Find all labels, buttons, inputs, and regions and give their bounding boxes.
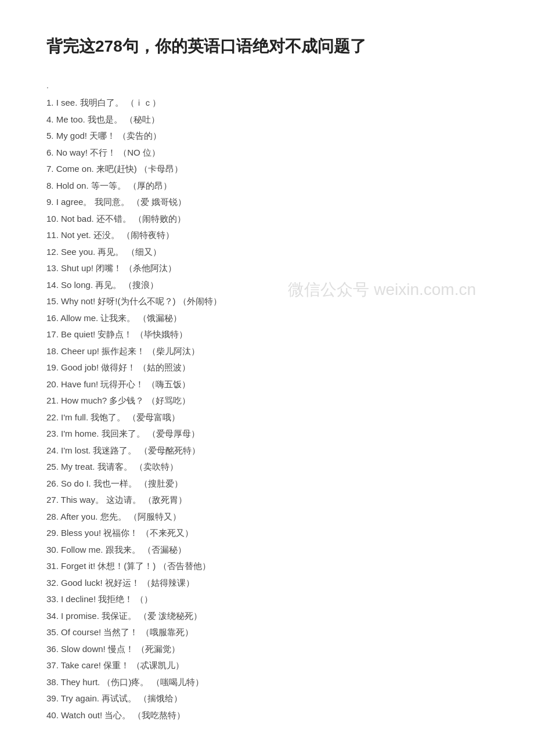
list-item: 22. I'm full. 我饱了。 （爱母富哦） bbox=[46, 409, 488, 426]
list-item: 17. Be quiet! 安静点！ （毕快娥特） bbox=[46, 326, 488, 343]
list-item: 13. Shut up! 闭嘴！ （杀他阿汰） bbox=[46, 260, 488, 277]
list-item: 18. Cheer up! 振作起来！ （柴儿阿汰） bbox=[46, 343, 488, 360]
list-item: 33. I decline! 我拒绝！ （） bbox=[46, 591, 488, 608]
list-item: 32. Good luck! 祝好运！ （姑得辣课） bbox=[46, 575, 488, 592]
list-item: 12. See you. 再见。 （细又） bbox=[46, 244, 488, 261]
title-suffix: 句，你的英语口语绝对不成问题了 bbox=[122, 37, 366, 55]
list-item: 14. So long. 再见。 （搜浪） bbox=[46, 277, 488, 294]
title-prefix: 背完这 bbox=[46, 37, 95, 55]
list-item: 16. Allow me. 让我来。 （饿漏秘） bbox=[46, 310, 488, 327]
list-item: 36. Slow down! 慢点！ （死漏觉） bbox=[46, 641, 488, 658]
list-item: 9. I agree。 我同意。 （爱 娥哥锐） bbox=[46, 194, 488, 211]
list-item: 27. This way。 这边请。 （敌死胃） bbox=[46, 492, 488, 509]
list-item: 7. Come on. 来吧(赶快) （卡母昂） bbox=[46, 161, 488, 178]
list-item: 10. Not bad. 还不错。 （闹特败的） bbox=[46, 211, 488, 228]
list-item: 40. Watch out! 当心。 （我吃熬特） bbox=[46, 707, 488, 724]
list-item: 24. I'm lost. 我迷路了。 （爱母酩死特） bbox=[46, 442, 488, 459]
list-item: 23. I'm home. 我回来了。 （爱母厚母） bbox=[46, 426, 488, 442]
list-item: 8. Hold on. 等一等。 （厚的昂） bbox=[46, 178, 488, 195]
list-item: 6. No way! 不行！ （NO 位） bbox=[46, 145, 488, 161]
list-item: 31. Forget it! 休想！(算了！) （否告替他） bbox=[46, 558, 488, 575]
list-item: 1. I see. 我明白了。 （ｉｃ） bbox=[46, 95, 488, 111]
list-item: 11. Not yet. 还没。 （闹特夜特） bbox=[46, 227, 488, 244]
page-title: 背完这278句，你的英语口语绝对不成问题了 bbox=[46, 35, 488, 57]
list-item: 26. So do I. 我也一样。 （搜肚爱） bbox=[46, 476, 488, 492]
list-item: 20. Have fun! 玩得开心！ （嗨五饭） bbox=[46, 376, 488, 393]
list-item: 4. Me too. 我也是。 （秘吐） bbox=[46, 111, 488, 128]
dot-line: . bbox=[46, 81, 488, 90]
list-item: 21. How much? 多少钱？ （好骂吃） bbox=[46, 393, 488, 409]
list-item: 37. Take care! 保重！ （忒课凯儿） bbox=[46, 657, 488, 674]
list-item: 25. My treat. 我请客。 （卖吹特） bbox=[46, 459, 488, 476]
list-item: 19. Good job! 做得好！ （姑的照波） bbox=[46, 359, 488, 376]
content-list: 1. I see. 我明白了。 （ｉｃ）4. Me too. 我也是。 （秘吐）… bbox=[46, 95, 488, 723]
list-item: 35. Of course! 当然了！ （哦服靠死） bbox=[46, 624, 488, 641]
list-item: 38. They hurt. （伤口)疼。 （嗤喝儿特） bbox=[46, 674, 488, 691]
list-item: 39. Try again. 再试试。 （揣饿给） bbox=[46, 690, 488, 707]
title-number: 278 bbox=[95, 37, 122, 55]
list-item: 30. Follow me. 跟我来。 （否漏秘） bbox=[46, 542, 488, 559]
list-item: 15. Why not! 好呀!(为什么不呢？) （外闹特） bbox=[46, 293, 488, 310]
list-item: 29. Bless you! 祝福你！ （不来死又） bbox=[46, 525, 488, 542]
list-item: 28. After you. 您先。 （阿服特又） bbox=[46, 509, 488, 525]
list-item: 5. My god! 天哪！ （卖告的） bbox=[46, 128, 488, 145]
list-item: 34. I promise. 我保证。 （爱 泼绕秘死） bbox=[46, 608, 488, 625]
